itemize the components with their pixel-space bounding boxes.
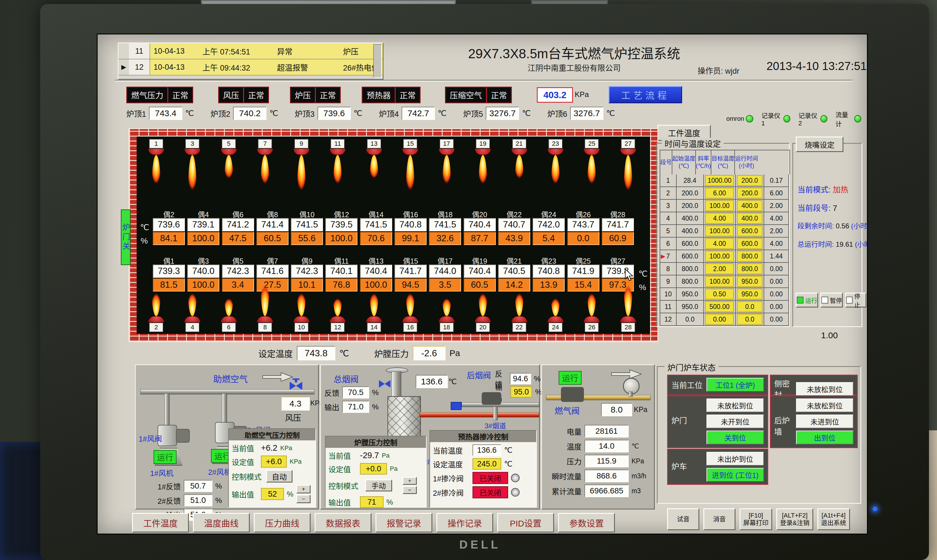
nav-tab[interactable]: 报警记录	[376, 513, 432, 532]
target-temp-cell[interactable]: 950.0	[737, 276, 763, 287]
nav-tab[interactable]: 工件温度	[132, 513, 189, 532]
burner-settings-button[interactable]: 烧嘴设定	[796, 137, 843, 152]
burner: 21	[509, 139, 530, 208]
air-out-value[interactable]: 52	[261, 488, 284, 500]
main-flue-feedback: 反馈70.5%	[324, 386, 379, 398]
air-mode-button[interactable]: 自动	[266, 470, 293, 483]
stop-checkbox-icon	[846, 297, 852, 303]
flame-icon	[587, 155, 596, 198]
slope-cell[interactable]: 4.00	[705, 213, 734, 224]
slope-cell[interactable]: 2.00	[705, 263, 734, 274]
target-temp-cell[interactable]: 0.0	[737, 314, 763, 325]
thermocouple-readout: 偶12 739.5 100.0	[325, 209, 358, 245]
slope-cell[interactable]: 500.00	[705, 301, 734, 312]
cooling-valve-1-state[interactable]: 已关闭	[473, 472, 508, 484]
roof-temp-label: 炉顶5	[463, 108, 483, 119]
nav-tab[interactable]: 温度曲线	[193, 513, 250, 532]
thermocouple-readout: 偶6 741.2 47.5	[222, 209, 254, 245]
hearth-out-minus-button[interactable]: −	[402, 486, 417, 494]
door-state-badge: 关到位	[706, 431, 764, 445]
thermocouple-name: 偶23	[541, 255, 556, 265]
system-button[interactable]: 试音	[667, 508, 699, 530]
run-button[interactable]: 运行	[796, 292, 818, 308]
process-flow-button[interactable]: 工艺流程	[609, 86, 682, 103]
thermocouple-readout: 偶4 739.1 100.0	[187, 209, 219, 245]
gas-meter-label: 温度	[547, 441, 582, 452]
cooling-valve-2-state[interactable]: 已关闭	[473, 486, 508, 498]
stop-button[interactable]: 停止	[845, 292, 866, 308]
hearth-out-value[interactable]: 71	[360, 496, 384, 508]
start-temp-cell: 600.0	[677, 237, 704, 249]
preheater-set-temp[interactable]: 245.0	[473, 458, 501, 470]
blue-valve-icon	[289, 378, 303, 390]
target-temp-cell[interactable]: 400.0	[737, 200, 763, 211]
thermocouple-name: 偶3	[198, 255, 209, 265]
slope-cell[interactable]: 100.00	[705, 200, 734, 211]
burner-number-plate: 25	[584, 139, 599, 149]
duct3-label: 3#烟道	[485, 420, 506, 430]
target-temp-cell[interactable]: 800.0	[737, 251, 763, 262]
burner-number-plate: 5	[222, 139, 236, 149]
segment-number: 3	[666, 202, 670, 210]
burner-number-plate: 20	[476, 323, 490, 332]
hearth-mode-button[interactable]: 手动	[365, 479, 392, 491]
nav-tab[interactable]: 参数设置	[558, 513, 615, 532]
burner-nozzle-icon	[620, 316, 636, 323]
slope-cell[interactable]: 0.50	[705, 289, 734, 300]
nav-tab[interactable]: 压力曲线	[254, 513, 311, 532]
start-temp-cell: 200.0	[677, 187, 704, 199]
valve-cam-icon[interactable]	[511, 488, 519, 497]
target-temp-cell[interactable]: 800.0	[737, 263, 763, 274]
system-button[interactable]: 消音	[703, 508, 735, 530]
slope-cell[interactable]: 100.00	[705, 276, 734, 287]
gas-meter-label: 电量	[547, 426, 582, 437]
alarm-row[interactable]: ▶ 12 10-04-13 上午 09:44:32 超温报警 26#热电偶	[119, 59, 383, 75]
fan-2-label: 2#风机	[208, 466, 231, 477]
slope-cell[interactable]: 1000.00	[705, 175, 734, 186]
burner-number-plate: 10	[294, 323, 308, 332]
slope-cell[interactable]: 4.00	[705, 238, 734, 249]
thermocouple-name: 偶22	[507, 209, 522, 218]
system-button[interactable]: [A1t+F4]退出系统	[817, 508, 850, 530]
valve-cam-icon[interactable]	[511, 474, 519, 482]
burner-nozzle-icon	[366, 149, 382, 155]
target-temp-cell[interactable]: 600.0	[737, 238, 763, 249]
target-temp-cell[interactable]: 600.0	[737, 226, 763, 236]
nav-tab[interactable]: PID设置	[497, 513, 554, 532]
alarm-row[interactable]: 11 10-04-13 上午 07:54:51 异常 炉压	[119, 43, 383, 59]
slope-cell[interactable]: 6.00	[705, 188, 734, 198]
schedule-column-header: 起始温度(℃)	[672, 150, 696, 174]
thermocouple-readout: 偶10 741.5 55.6	[291, 209, 323, 245]
power-led[interactable]	[873, 507, 877, 511]
target-temp-cell[interactable]: 400.0	[737, 213, 763, 224]
hearth-pressure-set[interactable]: +0.0	[360, 463, 387, 474]
alarm-scrollbar[interactable]	[373, 44, 382, 78]
start-temp-cell: 600.0	[677, 250, 704, 262]
segment-number: 5	[666, 227, 670, 235]
air-feedback-label: 2#反馈	[157, 495, 181, 506]
nav-tab[interactable]: 操作记录	[436, 513, 493, 532]
slope-cell[interactable]: 100.00	[705, 226, 734, 236]
target-temp-cell[interactable]: 950.0	[737, 289, 763, 300]
burner-nozzle-icon	[511, 149, 527, 155]
run-hours-cell: 0.00	[764, 275, 788, 288]
target-temp-cell[interactable]: 0.0	[737, 301, 763, 312]
air-out-plus-button[interactable]: +	[296, 485, 311, 494]
slope-cell[interactable]: 0.00	[705, 314, 734, 325]
wall-state-badge: 未进到位	[796, 415, 854, 428]
gas-meter-value: 14.0	[584, 440, 629, 452]
target-temp-cell[interactable]: 200.0	[737, 188, 763, 198]
nav-tab[interactable]: 数据报表	[314, 513, 371, 532]
pause-button[interactable]: 暂停	[820, 292, 843, 308]
system-button[interactable]: [F10]屏幕打印	[740, 508, 772, 530]
hearth-out-plus-button[interactable]: +	[402, 477, 417, 485]
target-temp-cell[interactable]: 200.0	[737, 175, 763, 186]
schedule-row: 4 400.0 4.00 400.0 4.00	[660, 212, 789, 225]
air-out-minus-button[interactable]: −	[296, 495, 311, 503]
burner-nozzle-icon	[439, 316, 455, 323]
burner-nozzle-icon	[293, 149, 310, 155]
slope-cell[interactable]: 100.00	[705, 251, 734, 262]
gas-meter-unit: ℃	[632, 442, 639, 450]
air-set-value[interactable]: +6.0	[261, 455, 287, 468]
system-button[interactable]: [ALT+F2]登录&注销	[776, 508, 813, 530]
